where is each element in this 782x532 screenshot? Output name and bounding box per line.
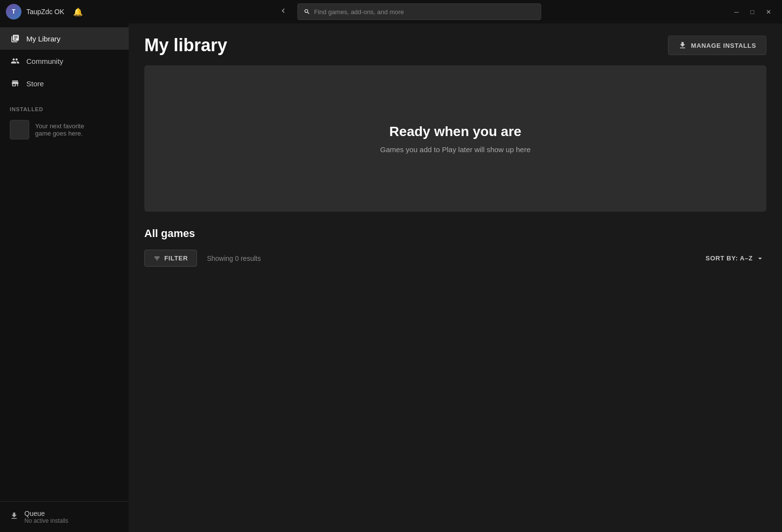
sidebar-item-label-store: Store [26,79,44,88]
content-area: My library MANAGE INSTALLS Ready when yo… [129,23,782,532]
filter-icon [154,255,160,262]
installed-placeholder-line1: Your next favorite [35,122,84,130]
download-icon [678,41,687,50]
queue-icon [10,512,19,523]
all-games-section: All games FILTER Showing 0 results SORT … [129,212,782,282]
avatar: T [6,4,21,20]
minimize-button[interactable]: ─ [729,6,743,18]
search-input[interactable] [314,8,535,16]
store-icon [10,78,20,89]
sidebar-item-community[interactable]: Community [0,50,129,72]
main-layout: My Library Community Store Installed [0,23,782,532]
content-header: My library MANAGE INSTALLS [129,23,782,65]
chevron-down-icon [756,254,764,263]
page-title: My library [144,35,227,56]
username-label: TaupZdc OK [26,8,64,16]
title-bar-right: ─ □ ✕ [729,6,776,18]
installed-placeholder-item: Your next favorite game goes here. [0,116,129,143]
queue-info: Queue No active installs [24,510,68,524]
queue-subtitle: No active installs [24,517,68,524]
hero-subtitle: Games you add to Play later will show up… [380,145,531,154]
sidebar-spacer [0,143,129,501]
manage-installs-label: MANAGE INSTALLS [691,42,756,49]
sidebar-item-my-library[interactable]: My Library [0,27,129,50]
queue-title: Queue [24,510,68,517]
all-games-title: All games [144,227,766,240]
sidebar-item-store[interactable]: Store [0,72,129,95]
back-button[interactable] [275,4,292,20]
search-icon [304,8,310,15]
nav-items: My Library Community Store [0,23,129,99]
sort-button[interactable]: SORT BY: A–Z [704,250,766,267]
hero-title: Ready when you are [390,124,522,139]
installed-section-label: Installed [0,99,129,116]
title-bar-left: T TaupZdc OK 🔔 [6,4,87,20]
close-button[interactable]: ✕ [761,6,776,18]
installed-placeholder-line2: game goes here. [35,130,84,137]
title-bar-center [275,3,541,20]
filter-button[interactable]: FILTER [144,250,197,267]
filter-label: FILTER [164,255,188,262]
sidebar: My Library Community Store Installed [0,23,129,532]
library-icon [10,33,20,44]
title-bar: T TaupZdc OK 🔔 ─ □ ✕ [0,0,782,23]
maximize-button[interactable]: □ [745,6,759,18]
queue-section: Queue No active installs [0,501,129,532]
community-icon [10,56,20,66]
notification-button[interactable]: 🔔 [69,5,87,19]
back-icon [279,6,288,15]
sort-label: SORT BY: A–Z [705,255,753,262]
sidebar-item-label-community: Community [26,57,63,65]
games-toolbar: FILTER Showing 0 results SORT BY: A–Z [144,250,766,267]
sidebar-item-label-library: My Library [26,35,60,43]
results-count: Showing 0 results [207,255,704,262]
installed-placeholder-text: Your next favorite game goes here. [35,122,84,137]
manage-installs-button[interactable]: MANAGE INSTALLS [668,36,766,55]
search-bar [297,3,541,20]
hero-banner: Ready when you are Games you add to Play… [144,65,766,212]
game-placeholder-icon [10,120,29,139]
